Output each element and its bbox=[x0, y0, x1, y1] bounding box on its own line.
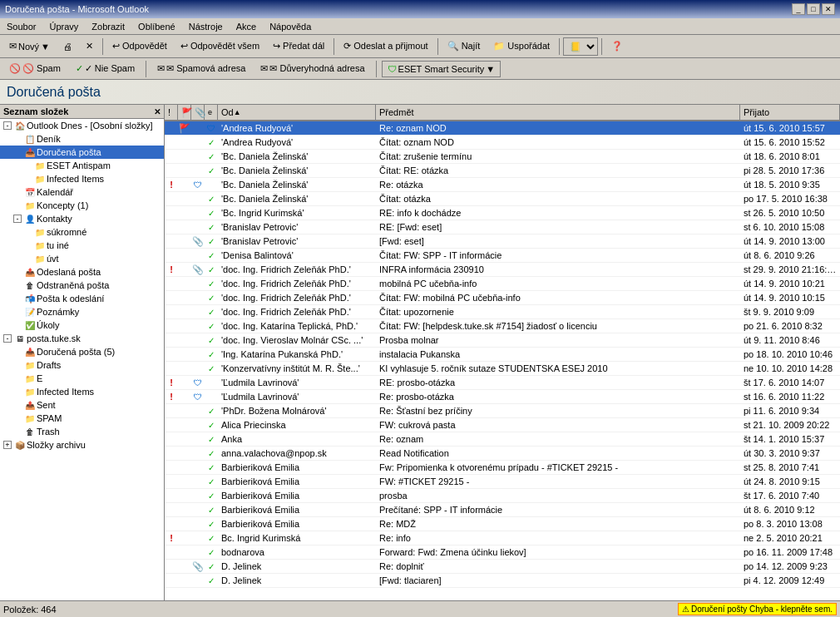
email-row[interactable]: ✓ 'Andrea Rudyová' Čítat: oznam NOD út 1… bbox=[165, 136, 840, 150]
email-row[interactable]: ✓ Barbieriková Emilia FW: #TICKET 29215 … bbox=[165, 475, 840, 489]
sidebar-close-button[interactable]: ✕ bbox=[154, 107, 161, 116]
sidebar-item-denik[interactable]: 📋 Deník bbox=[0, 132, 164, 146]
col-header-eset[interactable]: e bbox=[205, 105, 218, 120]
spam-address-button[interactable]: ✉ ✉ Spamová adresa bbox=[151, 61, 251, 77]
menu-view[interactable]: Zobrazit bbox=[88, 21, 128, 32]
menu-edit[interactable]: Úpravy bbox=[46, 21, 82, 32]
forward-button[interactable]: ↪ Předat dál bbox=[267, 37, 330, 56]
eset-security-button[interactable]: 🛡 ESET Smart Security ▼ bbox=[382, 61, 502, 77]
email-row[interactable]: ✓ Barbieriková Emilia Fw: Pripomienka k … bbox=[165, 461, 840, 475]
sidebar-item-trash[interactable]: 🗑 Trash bbox=[0, 425, 164, 438]
email-row[interactable]: ✓ 'doc. Ing. Fridrich Zeleňák PhD.' Číta… bbox=[165, 305, 840, 319]
email-row[interactable]: 🚩 🛡 'Andrea Rudyová' Re: oznam NOD út 15… bbox=[165, 121, 840, 136]
col-header-flag[interactable]: 🚩 bbox=[178, 105, 191, 120]
expand-slozky-archivu[interactable]: + bbox=[3, 441, 12, 449]
email-row[interactable]: ✓ 'doc. Ing. Fridrich Zeleňák PhD.' mobi… bbox=[165, 277, 840, 291]
col-header-date[interactable]: Přijato bbox=[740, 105, 840, 120]
email-row[interactable]: ✓ 'doc. Ing. Fridrich Zeleňák PhD.' Číta… bbox=[165, 291, 840, 305]
sidebar-item-drafts[interactable]: 📁 Drafts bbox=[0, 358, 164, 372]
email-row[interactable]: ! ✓ Bc. Ingrid Kurimská Re: info ne 2. 5… bbox=[165, 531, 840, 545]
sidebar-item-odstranena[interactable]: 🗑 Odstraněná pošta bbox=[0, 279, 164, 292]
email-row[interactable]: 📎 ✓ D. Jelinek Re: doplniť po 14. 12. 20… bbox=[165, 560, 840, 574]
organize-button[interactable]: 📁 Uspořádat bbox=[487, 37, 556, 56]
expand-posta-tuke[interactable]: - bbox=[3, 334, 12, 343]
sidebar-item-eset-antispam[interactable]: 📁 ESET Antispam bbox=[0, 159, 164, 172]
col-header-importance[interactable]: ! bbox=[165, 105, 178, 120]
maximize-button[interactable]: □ bbox=[807, 3, 820, 15]
sidebar-item-outlook-today[interactable]: - 🏠 Outlook Dnes - [Osobní složky] bbox=[0, 119, 164, 132]
email-row[interactable]: ✓ 'Bc. Daniela Želinská' Čítat: RE: otáz… bbox=[165, 164, 840, 178]
spam-button[interactable]: 🚫 🚫 Spam bbox=[3, 61, 67, 77]
separator2 bbox=[334, 38, 334, 55]
not-spam-button[interactable]: ✓ ✓ Nie Spam bbox=[70, 61, 141, 77]
email-row[interactable]: ✓ 'PhDr. Božena Molnárová' Re: Šťastní b… bbox=[165, 404, 840, 418]
sidebar-item-dorucena-tuke[interactable]: 📥 Doručená pošta (5) bbox=[0, 345, 164, 358]
menu-favorites[interactable]: Oblíbené bbox=[135, 21, 179, 32]
minimize-button[interactable]: _ bbox=[792, 3, 805, 15]
status-right[interactable]: ⚠ Doručení pošty Chyba - klepněte sem. bbox=[678, 603, 837, 615]
email-row[interactable]: ✓ 'Bc. Ingrid Kurimská' RE: info k dochá… bbox=[165, 206, 840, 220]
email-row[interactable]: ! 🛡 'Ľudmila Lavrinová' RE: prosbo-otázk… bbox=[165, 376, 840, 390]
email-row[interactable]: ✓ 'Bc. Daniela Želinská' Čítat: otázka p… bbox=[165, 192, 840, 206]
email-row[interactable]: ✓ 'Konzervatívny inštitút M. R. Šte...' … bbox=[165, 362, 840, 376]
email-row[interactable]: ✓ 'doc. Ing. Vieroslav Molnár CSc. ...' … bbox=[165, 333, 840, 348]
sidebar-item-ukoly[interactable]: ✅ Úkoly bbox=[0, 318, 164, 332]
email-row[interactable]: ! 📎 ✓ 'doc. Ing. Fridrich Zeleňák PhD.' … bbox=[165, 263, 840, 277]
menu-actions[interactable]: Akce bbox=[233, 21, 259, 32]
col-header-attach[interactable]: 📎 bbox=[191, 105, 205, 120]
email-row[interactable]: ! 🛡 'Ľudmila Lavrinová' Re: prosbo-otázk… bbox=[165, 390, 840, 404]
expand-kontakty[interactable]: - bbox=[13, 215, 22, 223]
email-row[interactable]: ✓ Barbieriková Emilia Prečítané: SPP - I… bbox=[165, 503, 840, 517]
email-row[interactable]: ✓ 'Branislav Petrovic' RE: [Fwd: eset] s… bbox=[165, 220, 840, 234]
email-row[interactable]: 📎 ✓ 'Branislav Petrovic' [Fwd: eset] út … bbox=[165, 234, 840, 249]
email-row[interactable]: ✓ anna.valachova@npop.sk Read Notificati… bbox=[165, 447, 840, 461]
email-row[interactable]: ✓ 'Ing. Katarína Pukanská PhD.' instalac… bbox=[165, 348, 840, 362]
sidebar-item-uvt[interactable]: 📁 úvt bbox=[0, 252, 164, 265]
email-row[interactable]: ✓ 'Bc. Daniela Želinská' Čítat: zrušenie… bbox=[165, 150, 840, 164]
sidebar-item-slozky-archivu[interactable]: + 📦 Složky archivu bbox=[0, 438, 164, 452]
col-header-subject[interactable]: Předmět bbox=[376, 105, 740, 120]
sidebar-item-dorucena[interactable]: 📥 Doručená pošta bbox=[0, 146, 164, 159]
email-row[interactable]: ✓ Anka Re: oznam št 14. 1. 2010 15:37 bbox=[165, 432, 840, 447]
address-book-dropdown[interactable]: 📒 bbox=[563, 37, 598, 56]
email-row[interactable]: ✓ Alica Priecinska FW: cukrová pasta st … bbox=[165, 418, 840, 432]
email-row[interactable]: ✓ bodnarova Forward: Fwd: Zmena účinku l… bbox=[165, 545, 840, 560]
sidebar-item-kalendar[interactable]: 📅 Kalendář bbox=[0, 185, 164, 199]
sidebar-item-odeslana[interactable]: 📤 Odeslaná pošta bbox=[0, 265, 164, 279]
col-header-from[interactable]: Od ▲ bbox=[218, 105, 376, 120]
menu-tools[interactable]: Nástroje bbox=[185, 21, 226, 32]
sidebar-item-infected-items2[interactable]: 📁 Infected Items bbox=[0, 385, 164, 398]
email-row[interactable]: ✓ D. Jelinek [Fwd: tlaciaren] pi 4. 12. … bbox=[165, 574, 840, 588]
delete-button[interactable]: ✕ bbox=[80, 37, 99, 56]
close-button[interactable]: ✕ bbox=[822, 3, 835, 15]
email-row[interactable]: ✓ 'Denisa Balintová' Čítat: FW: SPP - IT… bbox=[165, 249, 840, 263]
menu-file[interactable]: Soubor bbox=[3, 21, 39, 32]
sidebar-item-koncepty[interactable]: 📁 Koncepty (1) bbox=[0, 199, 164, 212]
find-button[interactable]: 🔍 Najít bbox=[442, 37, 487, 56]
sidebar-item-poznamky[interactable]: 📝 Poznámky bbox=[0, 305, 164, 318]
sidebar-item-tu-ine[interactable]: 📁 tu iné bbox=[0, 239, 164, 252]
email-row[interactable]: ✓ Barbieriková Emilia Re: MDŽ po 8. 3. 2… bbox=[165, 517, 840, 531]
menu-help[interactable]: Nápověda bbox=[266, 21, 314, 32]
sidebar-item-sukromne[interactable]: 📁 súkromné bbox=[0, 225, 164, 239]
trusted-address-button[interactable]: ✉ ✉ Důveryhodná adresa bbox=[254, 61, 370, 77]
expand-outlook-today[interactable]: - bbox=[3, 121, 12, 130]
print-button[interactable]: 🖨 bbox=[57, 37, 78, 56]
sidebar-item-posta-k-odeslani[interactable]: 📬 Pošta k odeslání bbox=[0, 292, 164, 305]
reply-button[interactable]: ↩ Odpovědět bbox=[106, 37, 173, 56]
status-warning[interactable]: ⚠ Doručení pošty Chyba - klepněte sem. bbox=[678, 603, 837, 615]
reply-all-button[interactable]: ↩ Odpovědět všem bbox=[175, 37, 265, 56]
sidebar-item-e[interactable]: 📁 E bbox=[0, 372, 164, 385]
email-row[interactable]: ! 🛡 'Bc. Daniela Želinská' Re: otázka út… bbox=[165, 178, 840, 192]
new-button[interactable]: ✉ Nový ▼ bbox=[3, 37, 56, 56]
window-controls[interactable]: _ □ ✕ bbox=[792, 3, 835, 15]
sidebar-item-sent[interactable]: 📤 Sent bbox=[0, 398, 164, 412]
email-row[interactable]: ✓ 'doc. Ing. Katarína Teplická, PhD.' Čí… bbox=[165, 319, 840, 333]
send-receive-button[interactable]: ⟳ Odeslat a přijmout bbox=[338, 37, 433, 56]
sidebar-item-infected-items[interactable]: 📁 Infected Items bbox=[0, 172, 164, 185]
help-button[interactable]: ❓ bbox=[605, 37, 629, 56]
sidebar-item-kontakty[interactable]: - 👤 Kontakty bbox=[0, 212, 164, 225]
email-row[interactable]: ✓ Barbieriková Emilia prosba št 17. 6. 2… bbox=[165, 489, 840, 503]
sidebar-item-spam-tuke[interactable]: 📁 SPAM bbox=[0, 412, 164, 425]
sidebar-item-posta-tuke[interactable]: - 🖥 posta.tuke.sk bbox=[0, 332, 164, 345]
